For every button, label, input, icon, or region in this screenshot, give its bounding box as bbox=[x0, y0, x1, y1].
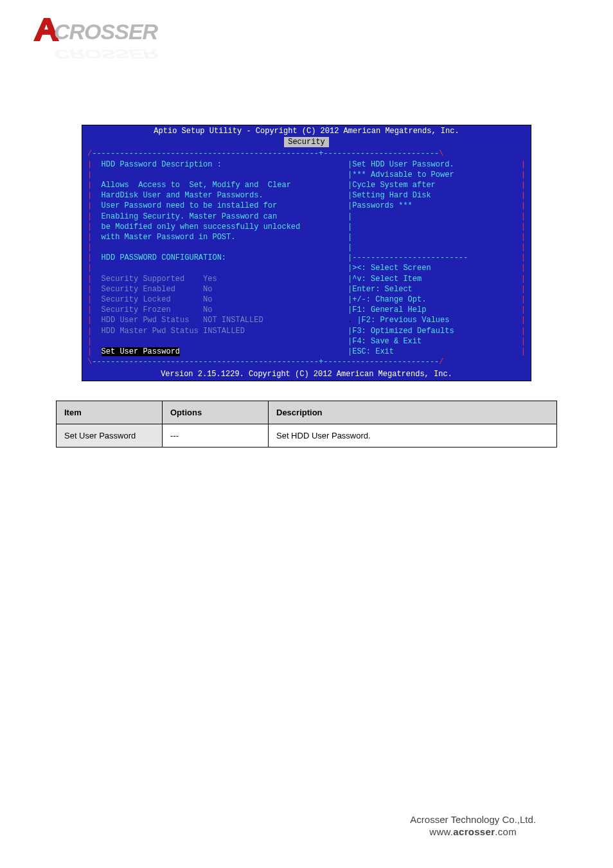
help-line-1: *** Advisable to Power bbox=[352, 170, 454, 179]
cfg-2v: No bbox=[203, 295, 212, 304]
help-line-2: Cycle System after bbox=[352, 181, 436, 190]
cfg-head: HDD PASSWORD CONFIGURATION: bbox=[102, 253, 226, 262]
page-footer: Acrosser Technology Co.,Ltd. www.acrosse… bbox=[410, 814, 536, 837]
footer-url: www.acrosser.com bbox=[410, 826, 536, 837]
th-options: Options bbox=[163, 401, 269, 424]
cfg-0k: Security Supported bbox=[102, 275, 185, 284]
cfg-4k: HDD User Pwd Status bbox=[102, 316, 190, 325]
th-description: Description bbox=[269, 401, 557, 424]
footer-url-pre: www. bbox=[429, 826, 453, 837]
hdd-desc-head: HDD Password Description : bbox=[102, 160, 222, 169]
cell-description: Set HDD User Password. bbox=[269, 424, 557, 447]
key-1: ^v: Select Item bbox=[352, 275, 422, 284]
footer-url-post: .com bbox=[495, 826, 517, 837]
desc-4: be Modified only when successfully unloc… bbox=[102, 222, 301, 231]
cfg-0v: Yes bbox=[203, 275, 217, 284]
desc-0: Allows Access to Set, Modify and Clear bbox=[102, 181, 291, 190]
cfg-1k: Security Enabled bbox=[102, 285, 175, 294]
th-item: Item bbox=[57, 401, 163, 424]
footer-url-bold: acrosser bbox=[453, 826, 495, 837]
key-3: +/-: Change Opt. bbox=[352, 295, 426, 304]
footer-company: Acrosser Technology Co.,Ltd. bbox=[410, 814, 536, 825]
cfg-4v: NOT INSTALLED bbox=[203, 316, 263, 325]
table-row: Set User Password --- Set HDD User Passw… bbox=[57, 424, 557, 447]
key-2: Enter: Select bbox=[352, 285, 413, 294]
cfg-1v: No bbox=[203, 285, 212, 294]
logo-reflection: CROSSER bbox=[54, 46, 157, 61]
cfg-5k: HDD Master Pwd Status bbox=[102, 327, 199, 336]
key-7: F4: Save & Exit bbox=[352, 337, 422, 346]
desc-2: User Password need to be installed for bbox=[102, 201, 278, 210]
option-table: Item Options Description Set User Passwo… bbox=[56, 401, 557, 448]
desc-3: Enabling Security. Master Password can bbox=[102, 212, 278, 221]
help-line-4: Passwords *** bbox=[352, 201, 413, 210]
help-line-0: Set HDD User Password. bbox=[352, 160, 454, 169]
help-line-3: Setting Hard Disk bbox=[352, 191, 431, 200]
cell-item: Set User Password bbox=[57, 424, 163, 447]
table-header-row: Item Options Description bbox=[57, 401, 557, 424]
cfg-3v: No bbox=[203, 305, 212, 314]
key-6: F3: Optimized Defaults bbox=[352, 327, 454, 336]
tab-security[interactable]: Security bbox=[284, 137, 329, 147]
key-0: ><: Select Screen bbox=[352, 264, 431, 273]
cell-options: --- bbox=[163, 424, 269, 447]
bios-tabrow: Security bbox=[82, 137, 531, 147]
bios-screen: Aptio Setup Utility - Copyright (C) 2012… bbox=[82, 125, 531, 381]
key-5: F2: Previous Values bbox=[362, 316, 450, 325]
desc-5: with Master Password in POST. bbox=[102, 233, 236, 242]
desc-1: HardDisk User and Master Passwords. bbox=[102, 191, 263, 200]
brand-logo: CROSSER CROSSER bbox=[31, 15, 191, 54]
cfg-3k: Security Frozen bbox=[102, 305, 171, 314]
bios-title: Aptio Setup Utility - Copyright (C) 2012… bbox=[82, 125, 531, 137]
bios-footer: Version 2.15.1229. Copyright (C) 2012 Am… bbox=[82, 368, 531, 380]
cfg-2k: Security Locked bbox=[102, 295, 171, 304]
selected-set-user-password[interactable]: Set User Password bbox=[102, 347, 180, 356]
key-8: ESC: Exit bbox=[352, 347, 394, 356]
key-4: F1: General Help bbox=[352, 305, 426, 314]
logo-wordmark: CROSSER bbox=[54, 19, 157, 44]
cfg-5v: INSTALLED bbox=[203, 327, 245, 336]
